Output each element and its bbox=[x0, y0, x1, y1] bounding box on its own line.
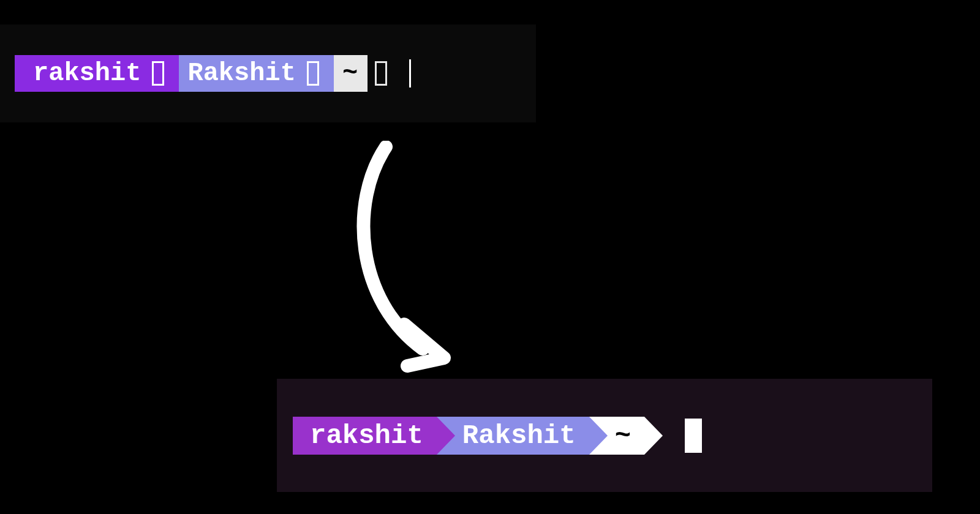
prompt-host-segment: Rakshit bbox=[179, 55, 333, 92]
prompt-path-text: ~ bbox=[615, 420, 631, 451]
prompt-host-segment: Rakshit bbox=[455, 417, 589, 455]
curved-arrow-icon bbox=[325, 141, 484, 373]
prompt-path-segment: ~ bbox=[334, 55, 368, 92]
cursor-icon[interactable] bbox=[409, 59, 411, 88]
prompt-user-segment: rakshit bbox=[293, 417, 437, 455]
broken-glyph-icon bbox=[149, 59, 167, 88]
powerline-arrow-icon bbox=[644, 417, 663, 455]
cursor-icon[interactable] bbox=[685, 419, 702, 453]
broken-glyph-icon bbox=[304, 59, 322, 88]
prompt-user-text: rakshit bbox=[33, 59, 141, 88]
powerline-arrow-icon bbox=[437, 417, 455, 455]
prompt-host-text: Rakshit bbox=[187, 59, 295, 88]
prompt-user-segment: rakshit bbox=[15, 55, 179, 92]
broken-glyph-icon bbox=[372, 59, 390, 88]
prompt-path-text: ~ bbox=[342, 59, 358, 88]
prompt-user-text: rakshit bbox=[310, 420, 423, 451]
powerline-arrow-icon bbox=[589, 417, 608, 455]
terminal-after: rakshit Rakshit ~ bbox=[277, 379, 932, 492]
prompt-path-segment: ~ bbox=[608, 417, 644, 455]
prompt-host-text: Rakshit bbox=[462, 420, 576, 451]
prompt-end-segment bbox=[368, 55, 394, 92]
terminal-before: rakshit Rakshit ~ bbox=[0, 24, 536, 122]
